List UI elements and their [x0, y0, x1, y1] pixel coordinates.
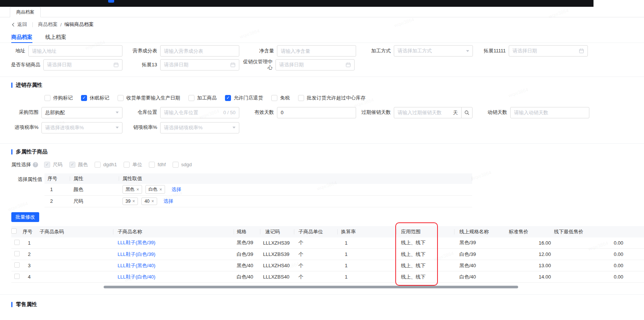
row-checkbox[interactable]	[14, 262, 20, 268]
net-content-input[interactable]	[277, 45, 356, 57]
attr-option-dgdh1[interactable]: dgdh1	[95, 162, 117, 168]
input-tax-field-group: 进项税率% 请选择进项税率%	[11, 122, 122, 133]
warehouse-input[interactable]: 0 / 50	[160, 107, 239, 118]
output-tax-field-group: 销项税率% 请选择销项税率%	[122, 122, 239, 133]
select-attr-values-link[interactable]: 选择	[171, 186, 181, 193]
col-attr-values: 属性取值	[119, 173, 472, 184]
col-spec: 规格	[234, 226, 260, 237]
breadcrumb-parent[interactable]: 商品档案	[38, 21, 58, 28]
nutrition-input[interactable]	[160, 45, 239, 57]
help-icon[interactable]: ?	[33, 162, 38, 167]
checkbox-wholesale-exceed-stock[interactable]: 批发订货允许超过中心库存	[298, 95, 366, 101]
checkbox-icon[interactable]	[44, 95, 50, 101]
net-content-field-group: 净含量	[239, 45, 356, 57]
net-content-label: 净含量	[239, 48, 277, 54]
address-field-group: 地址	[0, 45, 122, 57]
vehicle-sale-date-picker[interactable]: 请选择日期	[43, 59, 122, 70]
checkbox-icon[interactable]	[149, 162, 155, 168]
warehouse-field-group: 仓库位置 0 / 50	[122, 107, 239, 118]
col-unit: 子商品单位	[294, 226, 337, 237]
attr-value-tag: 40×	[141, 198, 157, 205]
multi-attr-section: 多属性子商品 属性选择 ? ✓ 尺码 ✓ 颜色 dgdh1	[0, 143, 644, 289]
sub-product-name-link[interactable]: LLL鞋子(黑色/39)	[118, 240, 155, 245]
checkbox-icon[interactable]: ✓	[81, 95, 87, 101]
address-input[interactable]	[28, 45, 122, 57]
calendar-icon	[346, 62, 351, 67]
back-button[interactable]: 返回	[11, 21, 27, 28]
col-index: 序号	[23, 226, 36, 237]
select-all-checkbox[interactable]	[11, 228, 17, 234]
expire-days-input[interactable]: 天	[394, 107, 462, 118]
input-tax-select[interactable]: 请选择进项税率%	[41, 122, 122, 133]
checkbox-icon[interactable]	[173, 162, 179, 168]
ext13-date-picker[interactable]: 请选择日期	[160, 59, 239, 70]
checkbox-tax-free[interactable]: 免税	[271, 95, 290, 101]
moving-days-input[interactable]	[510, 107, 589, 118]
tag-remove-icon[interactable]: ×	[132, 199, 135, 204]
tag-remove-icon[interactable]: ×	[159, 187, 162, 192]
promo-center-date-picker[interactable]: 请选择日期	[275, 59, 355, 70]
search-button[interactable]	[461, 107, 473, 118]
tab-product-archive[interactable]: 商品档案	[11, 32, 32, 43]
checkbox-icon[interactable]	[188, 95, 194, 101]
warehouse-input-inner[interactable]	[164, 110, 221, 115]
purchase-scope-select[interactable]: 总部购配	[41, 107, 122, 118]
row-checkbox[interactable]	[14, 240, 20, 245]
checkbox-icon[interactable]	[95, 162, 101, 168]
sub-product-table-wrap: 序号 子商品条码 子商品名称 规格 速记码 子商品单位 换算率 应用范围 线上规…	[11, 226, 644, 283]
attr-option-color[interactable]: ✓ 颜色	[69, 161, 88, 168]
days-unit-suffix: 天	[453, 109, 458, 116]
address-input-inner[interactable]	[32, 48, 119, 54]
checkbox-icon[interactable]	[118, 95, 124, 101]
checkbox-require-production-date[interactable]: 收货单需要输入生产日期	[118, 95, 180, 101]
valid-days-input-inner[interactable]	[281, 110, 352, 115]
tag-remove-icon[interactable]: ×	[151, 199, 154, 204]
attr-option-unit[interactable]: 单位	[124, 161, 142, 168]
checkbox-dormant[interactable]: ✓ 休眠标记	[81, 95, 109, 101]
valid-days-label: 有效天数	[239, 109, 277, 115]
output-tax-select[interactable]: 请选择销项税率%	[160, 122, 239, 133]
checkbox-icon[interactable]: ✓	[225, 95, 231, 101]
select-attr-values-link[interactable]: 选择	[164, 198, 173, 205]
process-method-select[interactable]: 请选择加工方式	[394, 45, 473, 57]
valid-days-input[interactable]	[277, 107, 356, 118]
attr-option-size[interactable]: ✓ 尺码	[44, 161, 63, 168]
checkbox-processed-goods[interactable]: 加工商品	[188, 95, 217, 101]
checkbox-icon[interactable]	[298, 95, 304, 101]
row-checkbox[interactable]	[14, 274, 20, 279]
ext11111-date-picker[interactable]: 请选择日期	[509, 45, 588, 57]
char-counter: 0 / 50	[223, 110, 236, 115]
batch-edit-button[interactable]: 批量修改	[11, 212, 39, 222]
attr-option-sdgd[interactable]: sdgd	[173, 162, 192, 168]
tag-remove-icon[interactable]: ×	[136, 187, 139, 192]
sub-product-name-link[interactable]: LLL鞋子(黑色/40)	[118, 263, 155, 268]
checkbox-icon: ✓	[44, 162, 50, 168]
attr-option-fdhf[interactable]: fdhf	[149, 162, 166, 168]
horizontal-scrollbar-thumb[interactable]	[104, 286, 518, 288]
calendar-icon	[579, 48, 584, 54]
col-scope: 应用范围	[396, 226, 454, 237]
expire-days-input-inner[interactable]	[398, 110, 451, 115]
chevron-down-icon	[116, 127, 119, 129]
checkbox-icon[interactable]	[271, 95, 277, 101]
ext13-label: 拓展13	[122, 62, 160, 68]
checkbox-icon[interactable]	[124, 162, 130, 168]
sub-product-name-link[interactable]: LLL鞋子(白色/40)	[118, 274, 155, 280]
sub-table-header-row: 序号 子商品条码 子商品名称 规格 速记码 子商品单位 换算率 应用范围 线上规…	[11, 226, 644, 237]
sub-product-name-link[interactable]: LLL鞋子(白色/39)	[118, 251, 155, 257]
promo-center-label: 促销仅管理中心	[239, 59, 275, 71]
row-checkbox[interactable]	[14, 251, 20, 256]
ext11111-label: 拓展11111	[473, 48, 509, 54]
net-content-input-inner[interactable]	[281, 48, 352, 54]
checkbox-allow-store-return[interactable]: ✓ 允许门店退货	[225, 95, 263, 101]
multi-attr-section-title: 多属性子商品	[11, 149, 644, 155]
retail-section-title: 零售属性	[11, 301, 644, 308]
tab-online-archive[interactable]: 线上档案	[45, 32, 66, 43]
col-attr: 属性	[70, 173, 119, 184]
tax-field-row: 进项税率% 请选择进项税率% 销项税率% 请选择销项税率%	[11, 122, 644, 133]
checkbox-stop-purchase[interactable]: 停购标记	[44, 95, 73, 101]
nutrition-input-inner[interactable]	[164, 48, 236, 54]
page: 商品档案 返回 商品档案 / 编辑商品档案 商品档案 线上档案 地址 营养成分表	[0, 0, 644, 320]
moving-days-input-inner[interactable]	[514, 110, 586, 115]
window-tab[interactable]: 商品档案	[10, 7, 41, 17]
